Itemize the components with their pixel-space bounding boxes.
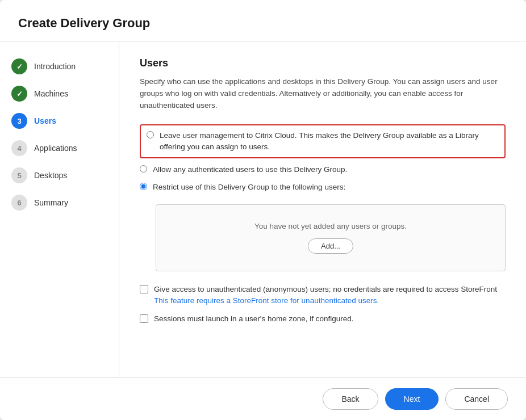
- radio-restrict-input[interactable]: [140, 183, 147, 190]
- cancel-button[interactable]: Cancel: [445, 388, 508, 410]
- main-content: Users Specify who can use the applicatio…: [119, 41, 526, 377]
- sidebar-item-introduction[interactable]: ✓ Introduction: [0, 53, 119, 80]
- back-button[interactable]: Back: [323, 388, 378, 410]
- radio-any-auth-label: Allow any authenticated users to use thi…: [153, 164, 347, 175]
- sidebar-item-users[interactable]: 3 Users: [0, 107, 119, 135]
- radio-option-restrict[interactable]: Restrict use of this Delivery Group to t…: [140, 182, 506, 193]
- radio-citrix-cloud-input[interactable]: [147, 131, 154, 138]
- radio-restrict-label: Restrict use of this Delivery Group to t…: [153, 182, 345, 193]
- create-delivery-group-dialog: Create Delivery Group ✓ Introduction ✓ M…: [0, 0, 526, 420]
- checkbox-anon-label: Give access to unauthenticated (anonymou…: [154, 284, 497, 307]
- section-description: Specify who can use the applications and…: [140, 76, 506, 112]
- checkbox-home-zone-label: Sessions must launch in a user's home zo…: [154, 313, 354, 325]
- sidebar-label-machines: Machines: [34, 89, 68, 98]
- storefront-link[interactable]: This feature requires a StoreFront store…: [154, 296, 379, 305]
- sidebar-item-summary[interactable]: 6 Summary: [0, 189, 119, 216]
- dialog-header: Create Delivery Group: [0, 0, 526, 41]
- sidebar-label-users: Users: [34, 116, 56, 125]
- add-users-button[interactable]: Add...: [308, 238, 353, 254]
- step-badge-3: 3: [11, 113, 27, 129]
- users-box-empty-text: You have not yet added any users or grou…: [168, 222, 494, 230]
- checkbox-anon-text: Give access to unauthenticated (anonymou…: [154, 285, 497, 293]
- checkbox-option-anon: Give access to unauthenticated (anonymou…: [140, 284, 506, 307]
- radio-option-any-auth[interactable]: Allow any authenticated users to use thi…: [140, 164, 506, 175]
- sidebar-item-applications[interactable]: 4 Applications: [0, 135, 119, 162]
- sidebar-item-machines[interactable]: ✓ Machines: [0, 80, 119, 107]
- checkbox-home-zone-input[interactable]: [140, 314, 148, 323]
- section-title: Users: [140, 57, 506, 69]
- sidebar-label-introduction: Introduction: [34, 62, 76, 71]
- step-badge-2: ✓: [11, 86, 27, 102]
- step-badge-4: 4: [11, 140, 27, 156]
- step-badge-1: ✓: [11, 58, 27, 74]
- users-box: You have not yet added any users or grou…: [156, 204, 506, 271]
- checkbox-option-home-zone: Sessions must launch in a user's home zo…: [140, 313, 506, 325]
- sidebar-item-desktops[interactable]: 5 Desktops: [0, 162, 119, 189]
- dialog-footer: Back Next Cancel: [0, 377, 526, 420]
- dialog-title: Create Delivery Group: [18, 16, 508, 31]
- step-badge-5: 5: [11, 167, 27, 183]
- radio-option-citrix-cloud[interactable]: Leave user management to Citrix Cloud. T…: [140, 124, 506, 159]
- next-button[interactable]: Next: [385, 388, 439, 410]
- radio-group-users: Leave user management to Citrix Cloud. T…: [140, 124, 506, 193]
- radio-any-auth-input[interactable]: [140, 165, 147, 173]
- sidebar-label-summary: Summary: [34, 198, 68, 207]
- sidebar: ✓ Introduction ✓ Machines 3 Users 4 Appl…: [0, 41, 119, 377]
- radio-citrix-cloud-label: Leave user management to Citrix Cloud. T…: [160, 130, 499, 153]
- checkbox-group: Give access to unauthenticated (anonymou…: [140, 284, 506, 325]
- checkbox-anon-input[interactable]: [140, 285, 148, 293]
- step-badge-6: 6: [11, 195, 27, 211]
- sidebar-label-desktops: Desktops: [34, 171, 67, 180]
- sidebar-label-applications: Applications: [34, 144, 77, 153]
- dialog-body: ✓ Introduction ✓ Machines 3 Users 4 Appl…: [0, 41, 526, 377]
